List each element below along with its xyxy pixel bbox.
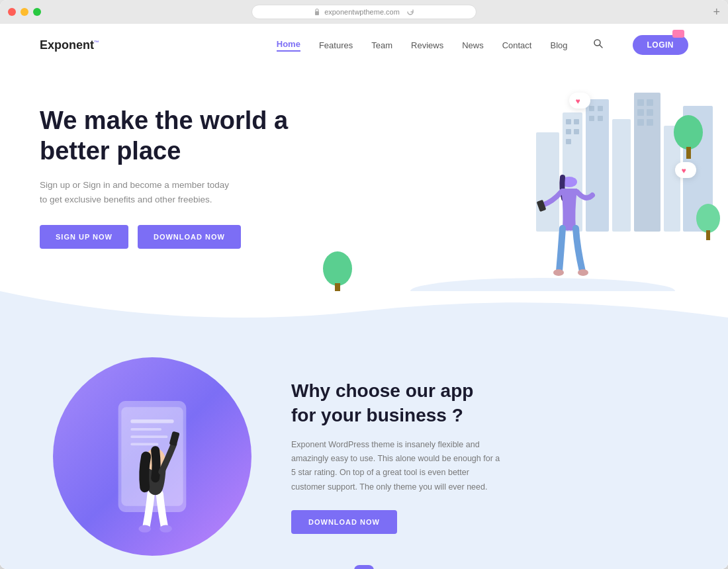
svg-rect-13 [566, 129, 571, 134]
nav-links: Home Features Team Reviews News Contact … [277, 35, 688, 55]
features-text-block: Why choose our app for your business ? E… [291, 379, 503, 534]
svg-rect-20 [637, 99, 644, 106]
nav-home[interactable]: Home [277, 39, 300, 52]
svg-point-38 [578, 269, 588, 276]
minimize-button[interactable] [21, 8, 28, 16]
window-controls [8, 8, 41, 16]
svg-rect-27 [706, 230, 710, 240]
app-illustration [53, 357, 251, 556]
svg-rect-17 [598, 106, 603, 111]
page-content: Exponent™ Home Features Team Reviews New… [0, 24, 728, 569]
nav-blog[interactable]: Blog [550, 40, 567, 50]
hero-title: We make the world a better place [40, 106, 331, 166]
hero-text-block: We make the world a better place Sign up… [40, 93, 331, 249]
svg-point-49 [159, 525, 172, 533]
svg-rect-0 [315, 11, 319, 15]
svg-line-2 [600, 45, 602, 48]
svg-point-37 [553, 269, 564, 276]
svg-point-26 [696, 204, 720, 233]
refresh-icon[interactable] [406, 8, 414, 16]
login-button[interactable]: LOGIN [633, 35, 689, 55]
nav-contact[interactable]: Contact [502, 40, 532, 50]
svg-rect-44 [130, 419, 173, 423]
features-section: Why choose our app for your business ? E… [0, 331, 728, 569]
svg-rect-46 [130, 435, 167, 438]
svg-rect-41 [335, 283, 340, 291]
svg-point-48 [138, 525, 151, 533]
hero-illustration: ♥ ♥ [357, 66, 728, 291]
hero-subtitle: Sign up or Sign in and become a member t… [40, 178, 238, 206]
svg-rect-14 [574, 129, 579, 134]
close-button[interactable] [8, 8, 16, 16]
address-bar[interactable]: exponentwptheme.com [251, 5, 477, 19]
nav-team[interactable]: Team [371, 40, 392, 50]
svg-rect-6 [612, 119, 631, 232]
section-download-button[interactable]: DOWNLOAD NOW [291, 510, 397, 534]
svg-rect-22 [637, 109, 644, 116]
svg-text:♥: ♥ [681, 166, 686, 175]
signup-button[interactable]: SIGN UP NOW [40, 225, 128, 249]
hero-buttons: SIGN UP NOW DOWNLOAD NOW [40, 225, 331, 249]
nav-news[interactable]: News [462, 40, 484, 50]
svg-rect-15 [566, 139, 571, 144]
scroll-indicator [354, 565, 374, 569]
city-illustration: ♥ ♥ [357, 66, 728, 291]
lock-icon [314, 8, 320, 16]
hero-upper: We make the world a better place Sign up… [0, 66, 728, 291]
svg-rect-47 [130, 443, 158, 445]
mac-window: exponentwptheme.com + Exponent™ Home Fea… [0, 0, 728, 569]
svg-point-28 [674, 115, 703, 150]
search-icon[interactable] [593, 38, 604, 52]
svg-rect-45 [130, 428, 161, 431]
navbar: Exponent™ Home Features Team Reviews New… [0, 24, 728, 66]
maximize-button[interactable] [33, 8, 41, 16]
features-body: Exponent WordPress theme is insanely fle… [291, 438, 503, 494]
svg-rect-11 [566, 119, 571, 124]
nav-features[interactable]: Features [319, 40, 353, 50]
svg-rect-18 [589, 116, 594, 121]
download-button[interactable]: DOWNLOAD NOW [138, 225, 241, 249]
site-logo[interactable]: Exponent™ [40, 38, 99, 52]
wave-separator [0, 291, 728, 331]
titlebar: exponentwptheme.com + [0, 0, 728, 24]
features-title: Why choose our app for your business ? [291, 379, 503, 427]
hero-section: We make the world a better place Sign up… [0, 66, 728, 569]
svg-point-40 [323, 251, 352, 286]
svg-rect-10 [536, 132, 559, 232]
svg-rect-12 [574, 119, 579, 124]
url-text: exponentwptheme.com [324, 8, 400, 16]
tree-decoration [318, 249, 357, 291]
svg-rect-16 [589, 106, 594, 111]
svg-rect-25 [647, 119, 653, 126]
svg-text:♥: ♥ [575, 97, 580, 106]
new-tab-button[interactable]: + [713, 5, 720, 19]
svg-rect-24 [637, 119, 644, 126]
svg-rect-21 [647, 99, 653, 106]
svg-rect-29 [686, 147, 691, 159]
svg-rect-23 [647, 109, 653, 116]
svg-rect-19 [598, 116, 603, 121]
nav-reviews[interactable]: Reviews [411, 40, 443, 50]
